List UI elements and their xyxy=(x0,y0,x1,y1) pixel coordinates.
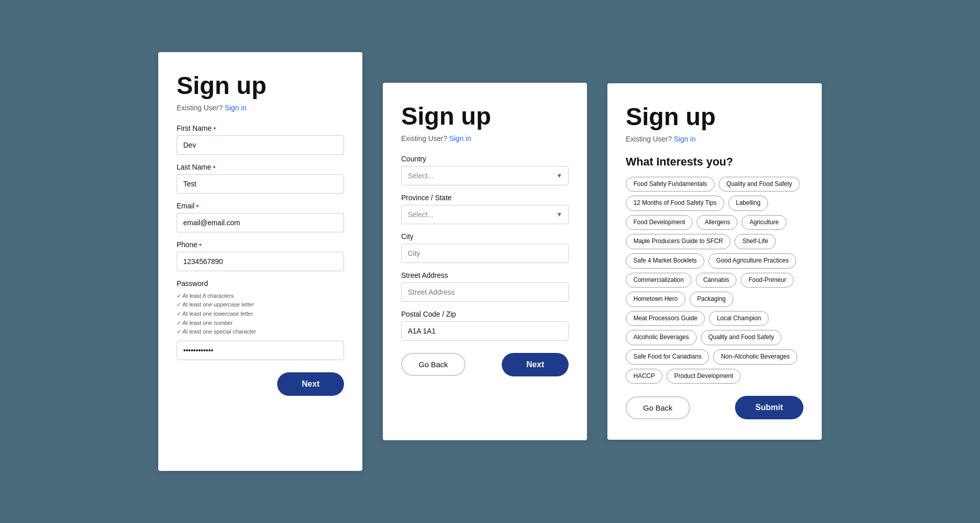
interest-chip-16[interactable]: Meat Processors Guide xyxy=(626,311,705,326)
card2-button-row: Go Back Next xyxy=(401,353,569,376)
card3-go-back-button[interactable]: Go Back xyxy=(626,396,690,419)
interest-chip-8[interactable]: Shelf-Life xyxy=(734,234,776,249)
password-input[interactable] xyxy=(177,341,344,360)
password-field-group: Password At least 8 characters At least … xyxy=(177,279,344,360)
phone-label: Phone ● xyxy=(177,241,344,249)
province-label: Province / State xyxy=(401,194,569,202)
interest-chip-9[interactable]: Safe 4 Market Booklets xyxy=(626,253,704,269)
password-rule-3: At least one lowercase letter xyxy=(177,310,344,319)
interest-chip-7[interactable]: Maple Producers Guide to SFCR xyxy=(626,234,730,249)
province-select-wrapper: Select... ▼ xyxy=(401,205,569,224)
signup-card-2: Sign up Existing User? Sign in Country S… xyxy=(383,83,587,440)
password-rule-2: At least one uppercase letter xyxy=(177,300,344,310)
interest-chip-12[interactable]: Cannabis xyxy=(696,273,737,288)
card3-existing-user: Existing User? Sign in xyxy=(626,135,803,143)
interests-title: What Interests you? xyxy=(626,155,803,169)
interests-grid: Food Safety FundamentalsQuality and Food… xyxy=(626,177,803,384)
interest-chip-3[interactable]: Labelling xyxy=(728,196,768,211)
card2-next-button[interactable]: Next xyxy=(502,353,569,376)
country-field-group: Country Select... ▼ xyxy=(401,155,569,185)
postal-input[interactable] xyxy=(401,321,569,341)
interest-chip-23[interactable]: Product Development xyxy=(667,369,741,384)
last-name-required: ● xyxy=(213,164,216,170)
email-field-group: Email ● xyxy=(177,202,344,232)
card2-sign-in-link[interactable]: Sign in xyxy=(449,134,471,142)
password-rule-5: At least one special character xyxy=(177,327,344,337)
interest-chip-20[interactable]: Safe Food for Canadians xyxy=(626,349,709,365)
interest-chip-1[interactable]: Quality and Food Safety xyxy=(719,177,800,192)
city-field-group: City xyxy=(401,232,569,263)
card3-submit-button[interactable]: Submit xyxy=(735,396,803,419)
country-label: Country xyxy=(401,155,569,163)
interest-chip-5[interactable]: Allergens xyxy=(697,215,738,230)
phone-input[interactable] xyxy=(177,252,344,271)
first-name-input[interactable] xyxy=(177,135,344,155)
signup-card-1: Sign up Existing User? Sign in First Nam… xyxy=(158,52,362,471)
province-select[interactable]: Select... xyxy=(401,205,569,224)
card1-title: Sign up xyxy=(177,73,344,100)
card2-existing-user: Existing User? Sign in xyxy=(401,134,569,142)
email-required: ● xyxy=(196,203,199,208)
interest-chip-19[interactable]: Quality and Food Safety xyxy=(701,330,782,345)
interest-chip-11[interactable]: Commercialization xyxy=(626,273,692,288)
interest-chip-0[interactable]: Food Safety Fundamentals xyxy=(626,177,715,192)
card1-next-button[interactable]: Next xyxy=(277,372,344,396)
card2-go-back-button[interactable]: Go Back xyxy=(401,353,465,376)
last-name-label: Last Name ● xyxy=(177,163,344,171)
last-name-field-group: Last Name ● xyxy=(177,163,344,194)
interest-chip-14[interactable]: Hometown Hero xyxy=(626,292,685,307)
interest-chip-2[interactable]: 12 Months of Food Safety Tips xyxy=(626,196,724,211)
street-input[interactable] xyxy=(401,282,569,302)
interest-chip-6[interactable]: Agriculture xyxy=(742,215,786,230)
email-input[interactable] xyxy=(177,213,344,232)
card1-sign-in-link[interactable]: Sign in xyxy=(225,104,247,112)
card3-button-row: Go Back Submit xyxy=(626,396,803,419)
street-label: Street Address xyxy=(401,271,569,279)
city-label: City xyxy=(401,232,569,241)
postal-field-group: Postal Code / Zip xyxy=(401,310,569,341)
email-label: Email ● xyxy=(177,202,344,210)
card3-sign-in-link[interactable]: Sign in xyxy=(674,135,696,143)
phone-required: ● xyxy=(199,242,202,247)
signup-card-3: Sign up Existing User? Sign in What Inte… xyxy=(607,83,822,440)
card1-existing-user: Existing User? Sign in xyxy=(177,104,344,112)
phone-field-group: Phone ● xyxy=(177,241,344,271)
city-input[interactable] xyxy=(401,244,569,263)
street-field-group: Street Address xyxy=(401,271,569,302)
first-name-label: First Name ● xyxy=(177,124,344,132)
first-name-required: ● xyxy=(213,125,216,131)
password-rules: At least 8 characters At least one upper… xyxy=(177,292,344,337)
province-field-group: Province / State Select... ▼ xyxy=(401,194,569,224)
country-select-wrapper: Select... ▼ xyxy=(401,166,569,185)
password-rule-1: At least 8 characters xyxy=(177,292,344,301)
interest-chip-22[interactable]: HACCP xyxy=(626,369,663,384)
interest-chip-15[interactable]: Packaging xyxy=(690,292,733,307)
card1-button-row: Next xyxy=(177,372,344,396)
interest-chip-21[interactable]: Non-Alcoholic Beverages xyxy=(713,349,797,365)
first-name-field-group: First Name ● xyxy=(177,124,344,155)
postal-label: Postal Code / Zip xyxy=(401,310,569,318)
password-rule-4: At least one number xyxy=(177,319,344,328)
password-label: Password xyxy=(177,279,344,288)
card2-title: Sign up xyxy=(401,103,569,130)
interest-chip-4[interactable]: Food Development xyxy=(626,215,693,230)
interest-chip-13[interactable]: Food-Preneur xyxy=(741,273,794,288)
country-select[interactable]: Select... xyxy=(401,166,569,185)
interest-chip-18[interactable]: Alcoholic Beverages xyxy=(626,330,697,345)
last-name-input[interactable] xyxy=(177,174,344,194)
card3-title: Sign up xyxy=(626,104,803,131)
interest-chip-10[interactable]: Good Agriculture Practices xyxy=(708,253,796,269)
interest-chip-17[interactable]: Local Champion xyxy=(709,311,769,326)
